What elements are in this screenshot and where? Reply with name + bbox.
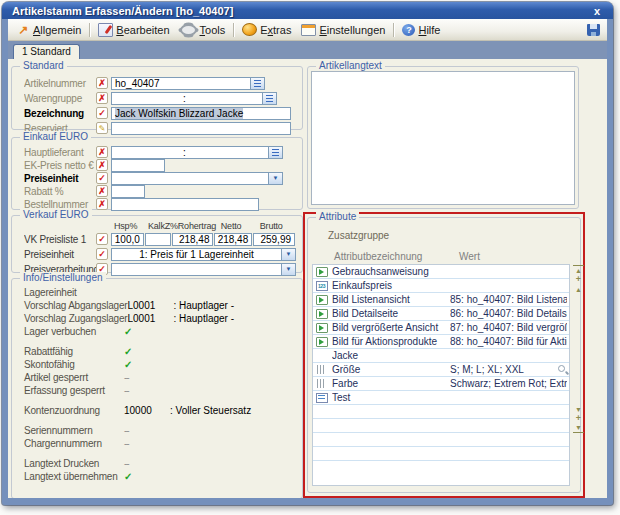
attribute-name: Einkaufspreis xyxy=(332,280,450,291)
field-row-ek-preis: EK-Preis netto € xyxy=(24,159,296,172)
attribute-name: Bild Listenansicht xyxy=(332,294,450,305)
lookup-button[interactable] xyxy=(269,146,283,159)
dropdown-button[interactable] xyxy=(282,263,296,276)
check-icon: ✓ xyxy=(124,471,296,482)
allgemein-icon xyxy=(17,23,30,36)
reserviert-input[interactable] xyxy=(111,122,291,135)
field-label: Hauptlieferant xyxy=(24,147,96,158)
menu-item-einstellungen[interactable]: Einstellungen xyxy=(296,21,390,38)
menubar: AllgemeinBearbeitenToolsExtrasEinstellun… xyxy=(8,19,607,41)
attribute-value: 85: ho_40407: Bild Listenans xyxy=(450,294,567,305)
menu-item-label: Bearbeiten xyxy=(116,24,169,36)
bezeichnung-input[interactable]: Jack Wolfskin Blizzard Jacke xyxy=(111,107,291,120)
field-row-rabatt: Rabatt % xyxy=(24,185,296,198)
row-spacer xyxy=(12,338,302,345)
list-attr-icon xyxy=(315,378,328,389)
menu-item-tools[interactable]: Tools xyxy=(175,21,231,38)
field-label: Preiseinheit xyxy=(24,249,96,260)
tab-standard[interactable]: 1 Standard xyxy=(13,44,80,59)
menu-item-extras[interactable]: Extras xyxy=(237,21,296,38)
scroll-up-button[interactable] xyxy=(573,285,584,294)
attribute-row[interactable]: Bild Detailseite86: ho_40407: Bild Detai… xyxy=(313,307,569,321)
status-icon xyxy=(96,122,108,134)
info-label: Rabattfähig xyxy=(24,346,124,357)
status-icon xyxy=(96,107,108,119)
attribute-row[interactable]: Gebrauchsanweisung xyxy=(313,265,569,279)
artikelnummer-input[interactable]: ho_40407 xyxy=(111,77,251,90)
field-row-preiseinheit-vk: Preiseinheit 1: Preis für 1 Lagereinheit xyxy=(24,247,296,261)
col-header-hsp: Hsp% xyxy=(114,221,148,231)
menu-item-hilfe[interactable]: Hilfe xyxy=(397,21,445,38)
attribute-name: Bild Detailseite xyxy=(332,308,450,319)
tools-icon xyxy=(180,24,197,36)
image-attr-icon xyxy=(315,336,328,347)
selected-text: Jack Wolfskin Blizzard Jacke xyxy=(115,108,243,119)
dash-indicator: -- xyxy=(124,385,296,396)
titlebar[interactable]: Artikelstamm Erfassen/Ändern [ho_40407] … xyxy=(2,2,613,19)
rabatt-input[interactable] xyxy=(111,185,145,198)
image-attr-icon xyxy=(315,322,328,333)
attribute-row[interactable]: Bild für Aktionsprodukte88: ho_40407: Bi… xyxy=(313,335,569,349)
image-attr-icon xyxy=(315,308,328,319)
dropdown-button[interactable] xyxy=(269,172,283,185)
group-standard: Standard Artikelnummer ho_40407 Warengru… xyxy=(11,66,303,130)
info-label: Langtext Drucken xyxy=(24,458,124,469)
check-icon: ✓ xyxy=(124,346,296,357)
warengruppe-input[interactable]: : xyxy=(111,92,263,105)
attribute-row[interactable]: Test xyxy=(313,391,569,405)
attribute-list[interactable]: GebrauchsanweisungEinkaufspreisBild List… xyxy=(312,264,570,486)
group-title: Einkauf EURO xyxy=(20,131,91,143)
info-code: L0001 xyxy=(127,313,173,324)
info-code: 10000 xyxy=(124,405,170,416)
status-icon xyxy=(96,233,108,245)
menu-item-bearbeiten[interactable]: Bearbeiten xyxy=(93,21,174,38)
field-row-preiseinheit-ek: Preiseinheit xyxy=(24,172,296,185)
col-header-netto: Netto xyxy=(221,221,260,231)
kalkz-input[interactable] xyxy=(145,233,171,246)
add-row-button[interactable] xyxy=(573,414,584,423)
close-button[interactable]: x xyxy=(591,5,603,17)
menu-separator xyxy=(233,23,234,37)
bestellnummer-input[interactable] xyxy=(111,198,259,211)
preiseinheit-select[interactable] xyxy=(111,172,269,185)
attribute-row[interactable]: GrößeS; M; L; XL; XXL xyxy=(313,363,569,377)
menu-separator xyxy=(393,23,394,37)
attribute-row[interactable]: Einkaufspreis xyxy=(313,279,569,293)
info-code: L0001 xyxy=(127,300,173,311)
attribute-row-empty xyxy=(313,405,569,419)
group-info-einstellungen: Info/Einstellungen LagereinheitVorschlag… xyxy=(11,278,303,498)
info-row: Kontenzuordnung10000: Voller Steuersatz xyxy=(24,404,296,417)
vk-preiseinheit-select[interactable]: 1: Preis für 1 Lagereinheit xyxy=(111,248,282,261)
info-label: Vorschlag Abgangslager xyxy=(24,300,127,311)
attribute-row[interactable]: FarbeSchwarz; Extrem Rot; Extre xyxy=(313,377,569,391)
brutto-input[interactable]: 259,99 xyxy=(253,233,295,246)
dropdown-button[interactable] xyxy=(282,248,296,261)
status-icon xyxy=(96,92,108,104)
add-row-button[interactable] xyxy=(573,275,584,284)
field-row-artikelnummer: Artikelnummer ho_40407 xyxy=(24,76,296,90)
save-button[interactable] xyxy=(583,21,603,38)
ek-preis-input[interactable] xyxy=(111,159,165,172)
lookup-button[interactable] xyxy=(263,92,277,105)
menu-item-label: Tools xyxy=(200,24,226,36)
attribute-row[interactable]: Bild vergrößerte Ansicht87: ho_40407: Bi… xyxy=(313,321,569,335)
image-attr-icon xyxy=(315,266,328,277)
magnifier-icon[interactable] xyxy=(557,364,568,375)
content-area: Standard Artikelnummer ho_40407 Warengru… xyxy=(8,60,607,498)
hauptlieferant-input[interactable]: : xyxy=(111,146,269,159)
info-row: Rabattfähig✓ xyxy=(24,345,296,358)
netto-input[interactable]: 218,48 xyxy=(214,233,252,246)
artikellangtext-textarea[interactable] xyxy=(311,71,575,205)
info-row: Langtext Drucken-- xyxy=(24,457,296,470)
hsp-input[interactable]: 100,0 xyxy=(111,233,144,246)
attribute-row[interactable]: Jacke xyxy=(313,349,569,363)
menu-item-allgemein[interactable]: Allgemein xyxy=(12,21,86,38)
lookup-button[interactable] xyxy=(251,77,265,90)
attribute-list-nav xyxy=(573,264,584,464)
rohertrag-input[interactable]: 218,48 xyxy=(172,233,214,246)
scroll-bottom-button[interactable] xyxy=(573,423,584,433)
preisverarbeitung-select[interactable] xyxy=(111,263,282,276)
info-label: Artikel gesperrt xyxy=(24,372,124,383)
attribute-row[interactable]: Bild Listenansicht85: ho_40407: Bild Lis… xyxy=(313,293,569,307)
info-desc: : Hauptlager - xyxy=(173,313,296,324)
